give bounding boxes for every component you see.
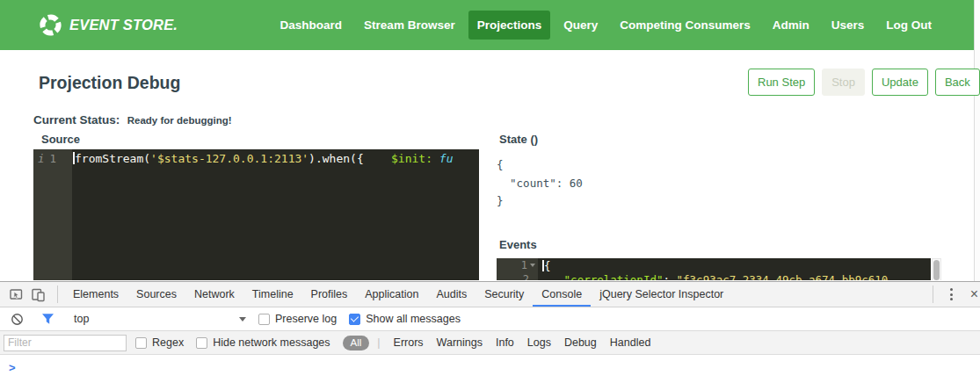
source-code-line[interactable]: fromStream('$stats-127.0.0.1:2113').when…: [75, 151, 454, 166]
events-code-lines[interactable]: { "correlationId": "f3c93ac7-2334-49cb-a…: [544, 259, 888, 280]
status-label: Current Status:: [33, 113, 120, 126]
top-navbar: EVENT STORE. Dashboard Stream Browser Pr…: [0, 0, 974, 50]
devtools-tab-bar: Elements Sources Network Timeline Profil…: [0, 282, 980, 307]
console-prompt-area[interactable]: >: [0, 355, 980, 383]
devtools-panel: Elements Sources Network Timeline Profil…: [0, 281, 980, 383]
console-prompt-icon: >: [9, 361, 16, 374]
show-all-messages-checkbox[interactable]: [349, 314, 360, 325]
state-json: { "count": 60 }: [497, 156, 583, 211]
regex-checkbox[interactable]: [135, 337, 147, 349]
preserve-log-checkbox[interactable]: [258, 314, 270, 325]
current-status: Current Status: Ready for debugging!: [33, 112, 232, 127]
devtools-tab-audits[interactable]: Audits: [427, 282, 475, 307]
toolbar-separator: [933, 285, 933, 303]
show-all-messages-label[interactable]: Show all messages: [366, 313, 461, 325]
nav-item-dashboard[interactable]: Dashboard: [272, 11, 352, 40]
nav-item-stream-browser[interactable]: Stream Browser: [355, 11, 464, 40]
execution-context-label: top: [74, 313, 89, 325]
nav-item-admin[interactable]: Admin: [764, 11, 818, 40]
preserve-log-label[interactable]: Preserve log: [275, 313, 337, 325]
console-toolbar: top Preserve log Show all messages: [0, 307, 980, 331]
events-editor-gutter: 1 2: [497, 258, 538, 280]
nav-item-competing-consumers[interactable]: Competing Consumers: [611, 11, 759, 40]
events-line-2: "correlationId": "f3c93ac7-2334-49cb-a67…: [544, 273, 888, 280]
regex-label[interactable]: Regex: [152, 336, 184, 349]
source-section-label: Source: [41, 133, 80, 146]
hide-network-messages-checkbox[interactable]: [196, 337, 207, 349]
chevron-down-icon: [239, 317, 246, 322]
overflow-menu-icon[interactable]: [940, 288, 963, 300]
events-scrollbar-track[interactable]: [932, 258, 941, 280]
nav-item-users[interactable]: Users: [823, 11, 874, 40]
level-filter-all-badge[interactable]: All: [343, 336, 370, 350]
console-level-info[interactable]: Info: [496, 336, 514, 349]
filter-funnel-icon[interactable]: [39, 310, 56, 328]
info-annotation-icon: i: [38, 151, 45, 166]
events-text-cursor: [542, 260, 544, 271]
devtools-tab-application[interactable]: Application: [356, 282, 427, 307]
source-line-number: 1: [50, 151, 57, 166]
nav-item-projections[interactable]: Projections: [468, 11, 551, 40]
toolbar-separator: [57, 285, 58, 303]
status-value: Ready for debugging!: [127, 115, 232, 126]
source-code-editor[interactable]: i 1 fromStream('$stats-127.0.0.1:2113').…: [33, 149, 479, 280]
device-toolbar-icon[interactable]: [29, 285, 47, 303]
fold-caret-icon[interactable]: [530, 264, 535, 267]
console-filter-bar: Regex Hide network messages All | Errors…: [0, 331, 980, 355]
page-title: Projection Debug: [39, 73, 180, 93]
close-devtools-icon[interactable]: ×: [963, 287, 980, 301]
events-section-label: Events: [499, 238, 537, 251]
state-section-label: State (): [499, 133, 538, 146]
hide-network-messages-label[interactable]: Hide network messages: [213, 336, 330, 349]
events-scrollbar-thumb[interactable]: [933, 260, 940, 280]
devtools-tab-network[interactable]: Network: [185, 282, 243, 307]
debug-actions: Run Step Stop Update Back: [748, 69, 980, 96]
console-level-errors[interactable]: Errors: [394, 336, 424, 349]
clear-console-icon[interactable]: [8, 310, 25, 328]
brand-link[interactable]: EVENT STORE.: [39, 13, 178, 37]
nav-item-query[interactable]: Query: [555, 11, 606, 40]
brand-name: EVENT STORE.: [69, 17, 178, 33]
inspect-element-icon[interactable]: [7, 285, 25, 303]
devtools-tab-jquery-selector-inspector[interactable]: jQuery Selector Inspector: [591, 282, 732, 307]
console-level-warnings[interactable]: Warnings: [437, 336, 483, 349]
devtools-tab-elements[interactable]: Elements: [64, 282, 127, 307]
run-step-button[interactable]: Run Step: [748, 69, 815, 96]
stop-button[interactable]: Stop: [822, 69, 865, 96]
update-button[interactable]: Update: [872, 69, 928, 96]
events-line-number-1: 1: [521, 258, 527, 272]
main-nav: Dashboard Stream Browser Projections Que…: [272, 11, 940, 40]
events-code-editor[interactable]: 1 2 { "correlationId": "f3c93ac7-2334-49…: [497, 258, 931, 280]
console-level-logs[interactable]: Logs: [527, 336, 551, 349]
source-editor-gutter: i 1: [33, 149, 72, 280]
devtools-tabbar-right: ×: [926, 282, 980, 307]
devtools-tab-console[interactable]: Console: [533, 282, 591, 307]
back-button[interactable]: Back: [935, 69, 980, 96]
devtools-tab-security[interactable]: Security: [475, 282, 533, 307]
devtools-tab-timeline[interactable]: Timeline: [243, 282, 302, 307]
console-filter-input[interactable]: [4, 335, 127, 351]
events-line-number-2: 2: [523, 272, 529, 280]
text-cursor: [73, 152, 75, 164]
filter-separator: |: [377, 336, 380, 349]
devtools-tab-sources[interactable]: Sources: [127, 282, 185, 307]
console-level-handled[interactable]: Handled: [610, 336, 651, 349]
page-scrollbar-track[interactable]: [974, 0, 980, 281]
devtools-tab-profiles[interactable]: Profiles: [302, 282, 357, 307]
events-line-1: {: [544, 259, 888, 273]
event-store-logo-icon: [39, 13, 62, 37]
execution-context-selector[interactable]: top: [74, 313, 246, 325]
nav-item-log-out[interactable]: Log Out: [877, 11, 940, 40]
console-level-debug[interactable]: Debug: [564, 336, 597, 349]
